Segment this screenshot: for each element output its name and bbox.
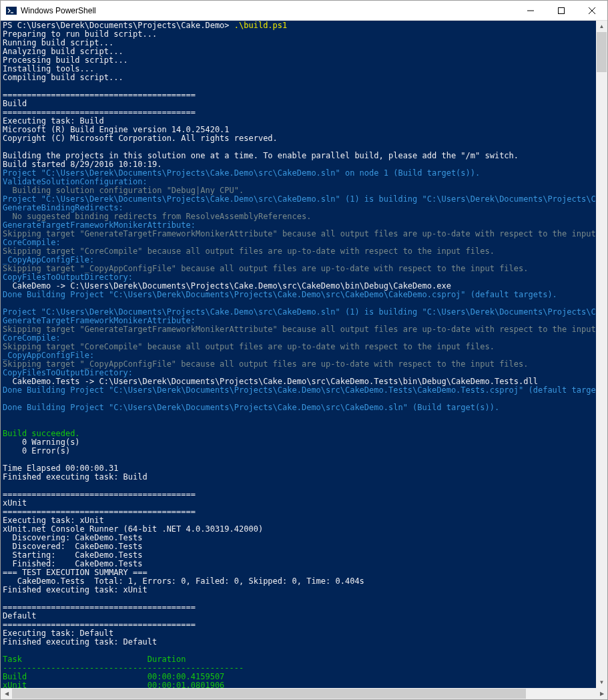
horizontal-scrollbar[interactable]: ◀ ▶: [1, 688, 607, 699]
scroll-right-arrow[interactable]: ▶: [596, 688, 607, 699]
vertical-scrollbar[interactable]: ▲ ▼: [596, 21, 607, 688]
window-titlebar: Windows PowerShell: [1, 1, 607, 21]
close-button[interactable]: [577, 1, 607, 21]
scroll-down-arrow[interactable]: ▼: [596, 677, 607, 688]
svg-rect-3: [559, 7, 565, 13]
scroll-up-arrow[interactable]: ▲: [596, 21, 607, 32]
scroll-left-arrow[interactable]: ◀: [1, 688, 12, 699]
maximize-button[interactable]: [546, 1, 577, 21]
minimize-button[interactable]: [515, 1, 546, 21]
window-controls: [515, 1, 607, 21]
svg-rect-0: [6, 7, 17, 15]
console-output[interactable]: PS C:\Users\Derek\Documents\Projects\Cak…: [1, 21, 607, 688]
console-area[interactable]: PS C:\Users\Derek\Documents\Projects\Cak…: [1, 21, 607, 688]
horizontal-scroll-thumb[interactable]: [12, 689, 526, 699]
window-title: Windows PowerShell: [21, 6, 515, 15]
powershell-icon: [6, 5, 17, 16]
vertical-scroll-thumb[interactable]: [597, 32, 607, 72]
